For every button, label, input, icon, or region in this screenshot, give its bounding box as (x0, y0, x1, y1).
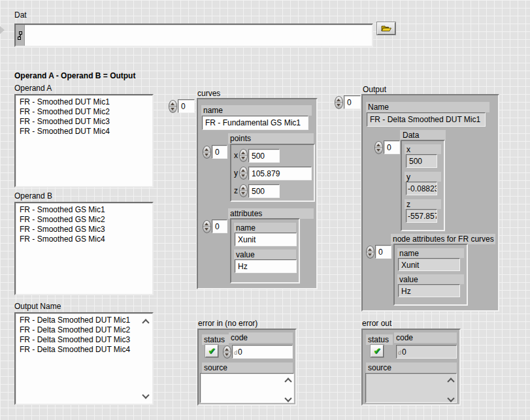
output-cluster-label: Output (363, 85, 386, 94)
error-out-code-label: code (394, 332, 457, 343)
output-data-index-spinner[interactable] (374, 141, 383, 154)
error-out-code-field: d0 (396, 345, 457, 359)
error-in-code-field[interactable]: d0 (232, 345, 293, 359)
error-out-status-indicator: ✔ (371, 345, 384, 357)
attribute-name-field[interactable]: Xunit (235, 233, 297, 246)
output-data-label: Data (400, 130, 446, 140)
point-y-label: y (234, 169, 238, 178)
radix-indicator: d (398, 349, 401, 356)
operand-b-listbox[interactable]: FR - Smoothed GS Mic1 FR - Smoothed GS M… (14, 202, 154, 295)
curves-cluster-label: curves (197, 89, 220, 98)
list-item[interactable]: FR - Smoothed DUT Mic2 (20, 107, 151, 117)
data-y-label: y (405, 172, 441, 182)
path-symbol-icon (16, 25, 25, 46)
point-x-field[interactable]: 500 (248, 149, 280, 163)
node-attribute-value-label: value (397, 274, 464, 284)
point-y-field[interactable]: 105.879 (248, 167, 312, 180)
error-out-status-label: status (366, 334, 393, 345)
list-item[interactable]: FR - Smoothed DUT Mic4 (20, 127, 151, 137)
list-item[interactable]: FR - Delta Smoothed DUT Mic4 (20, 345, 151, 355)
error-out-label: error out (362, 319, 391, 328)
list-item[interactable]: FR - Smoothed GS Mic2 (20, 215, 151, 225)
radix-indicator: d (234, 349, 237, 356)
output-data-index-field[interactable]: 0 (384, 140, 400, 154)
data-y-field: -0.08823 (406, 182, 437, 195)
scroll-down-icon[interactable] (142, 391, 149, 398)
data-z-label: z (405, 199, 441, 209)
point-x-label: x (234, 151, 238, 160)
operand-a-listbox[interactable]: FR - Smoothed DUT Mic1 FR - Smoothed DUT… (14, 94, 154, 187)
node-attributes-index-spinner[interactable] (366, 246, 374, 259)
list-item[interactable]: FR - Delta Smoothed DUT Mic3 (20, 335, 151, 345)
labview-front-panel: Dat Operand A - Operand B = Output Opera… (0, 0, 530, 420)
output-name-listbox[interactable]: FR - Delta Smoothed DUT Mic1 FR - Delta … (14, 312, 154, 405)
operand-a-label: Operand A (14, 84, 52, 93)
output-name-label: Output Name (14, 302, 61, 311)
data-z-field: -557.857 (406, 209, 437, 223)
output-name-field: FR - Delta Smoothed DUT Mic1 (367, 112, 486, 127)
points-index-field[interactable]: 0 (212, 145, 227, 159)
points-cluster: x 500 y 105.879 z 500 (230, 144, 315, 202)
error-in-source-label: source (202, 363, 293, 373)
pane-edge-arrow-icon (0, 26, 5, 34)
attributes-cluster: name Xunit value Hz (230, 218, 300, 283)
output-name-field-label: Name (366, 102, 489, 112)
points-index-spinner[interactable] (203, 146, 211, 159)
node-attributes-cluster: name Xunit value Hz (393, 244, 468, 306)
error-in-status-checkbox[interactable]: ✔ (205, 345, 218, 357)
error-in-code-spinner[interactable] (223, 346, 231, 359)
attributes-label: attributes (228, 208, 314, 219)
operation-free-label: Operand A - Operand B = Output (14, 71, 135, 80)
point-z-spinner[interactable] (239, 184, 248, 197)
path-input[interactable] (14, 24, 373, 47)
list-item[interactable]: FR - Smoothed GS Mic1 (20, 205, 151, 215)
attribute-name-label: name (234, 223, 296, 233)
error-in-status-label: status (202, 334, 229, 345)
browse-button[interactable] (377, 22, 395, 35)
curves-name-label: name (201, 105, 312, 116)
curves-name-field[interactable]: FR - Fundamental GS Mic1 (202, 116, 308, 130)
attribute-value-field[interactable]: Hz (235, 259, 297, 273)
list-item[interactable]: FR - Smoothed GS Mic4 (20, 234, 151, 244)
node-attributes-label: node attributes for FR curves (391, 234, 495, 244)
check-icon: ✔ (208, 346, 216, 356)
curves-index-field[interactable]: 0 (178, 99, 195, 113)
output-cluster: Name FR - Delta Smoothed DUT Mic1 Data 0… (361, 94, 499, 312)
list-item[interactable]: FR - Smoothed DUT Mic1 (20, 97, 151, 107)
node-attributes-index-field[interactable]: 0 (375, 245, 391, 259)
open-folder-icon (381, 23, 392, 35)
data-x-field: 500 (406, 154, 437, 168)
point-y-spinner[interactable] (239, 167, 248, 180)
list-item[interactable]: FR - Smoothed GS Mic3 (20, 225, 151, 234)
output-index-spinner[interactable] (335, 96, 343, 109)
curves-cluster: name FR - Fundamental GS Mic1 points 0 x… (197, 98, 318, 289)
curves-index-spinner[interactable] (169, 100, 177, 113)
point-z-label: z (234, 186, 238, 195)
attributes-index-spinner[interactable] (203, 220, 211, 233)
operand-b-label: Operand B (14, 191, 52, 201)
output-data-cluster: x 500 y -0.08823 z -557.857 (401, 140, 445, 231)
error-in-code-label: code (229, 332, 293, 343)
points-label: points (228, 133, 314, 144)
node-attribute-name-field: Xunit (398, 258, 460, 271)
error-in-cluster: status code ✔ d0 source (197, 329, 297, 406)
error-in-label: error in (no error) (198, 319, 257, 328)
list-item[interactable]: FR - Delta Smoothed DUT Mic1 (20, 315, 151, 325)
error-out-source-label: source (366, 363, 457, 373)
path-control-label: Dat (14, 10, 27, 20)
list-item[interactable]: FR - Delta Smoothed DUT Mic2 (20, 325, 151, 335)
check-icon: ✔ (373, 346, 381, 356)
error-out-source-field (365, 373, 457, 403)
point-z-field[interactable]: 500 (248, 184, 280, 198)
attributes-index-field[interactable]: 0 (212, 219, 227, 233)
attribute-value-label: value (234, 250, 296, 259)
data-x-label: x (405, 144, 441, 154)
output-index-field[interactable]: 0 (344, 95, 361, 109)
node-attribute-value-field: Hz (398, 284, 460, 297)
node-attribute-name-label: name (397, 248, 464, 258)
list-item[interactable]: FR - Smoothed DUT Mic3 (20, 117, 151, 127)
point-x-spinner[interactable] (239, 149, 248, 162)
error-out-cluster: status code ✔ d0 source (361, 329, 461, 406)
error-in-source-field[interactable] (200, 373, 294, 403)
